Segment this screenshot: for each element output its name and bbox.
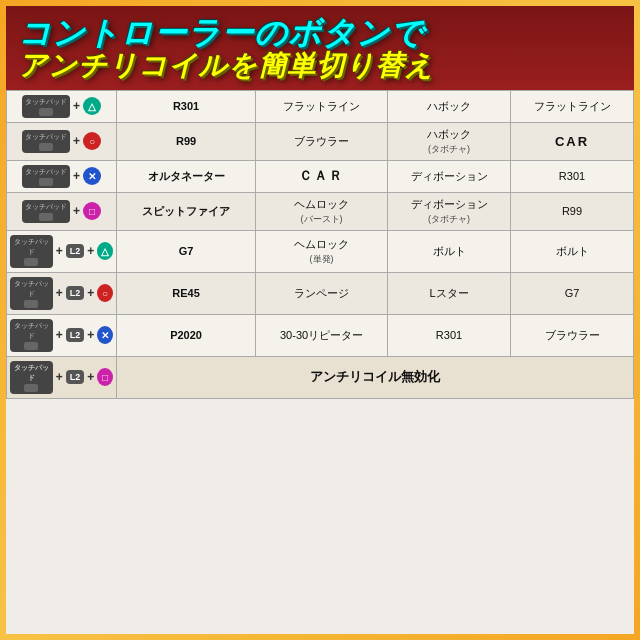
title-line1: コントローラーのボタンで — [18, 16, 622, 51]
weapon-cell: R301 — [117, 90, 256, 122]
col3-cell: ヘムロック(バースト) — [256, 192, 388, 230]
main-table: タッチパッド + △ R301 フラットライン ハボック フラットライン — [6, 90, 634, 399]
touchpad-label: タッチパッド — [13, 237, 50, 257]
l2-button: L2 — [66, 286, 85, 300]
header-section: コントローラーのボタンで アンチリコイルを簡単切り替え — [6, 6, 634, 90]
table-row: タッチパッド + △ R301 フラットライン ハボック フラットライン — [7, 90, 634, 122]
col4-cell: ハボック(タボチャ) — [388, 122, 511, 160]
plus-icon: + — [55, 328, 64, 342]
touchpad-label: タッチパッド — [13, 321, 50, 341]
plus-icon: + — [72, 134, 81, 148]
col4-cell: ディボーション(タボチャ) — [388, 192, 511, 230]
plus-icon: + — [86, 328, 95, 342]
plus-icon: + — [86, 286, 95, 300]
triangle-button: △ — [97, 242, 113, 260]
table-row: タッチパッド + □ スピットファイア ヘムロック(バースト) ディボーション(… — [7, 192, 634, 230]
col3-cell: ヘムロック(単発) — [256, 230, 388, 272]
l2-button: L2 — [66, 328, 85, 342]
touchpad-label: タッチパッド — [25, 132, 67, 142]
plus-icon: + — [72, 204, 81, 218]
weapon-cell: P2020 — [117, 314, 256, 356]
cross-button: ✕ — [97, 326, 113, 344]
circle-button: ○ — [83, 132, 101, 150]
weapon-cell: スピットファイア — [117, 192, 256, 230]
weapon-cell: RE45 — [117, 272, 256, 314]
table-row-disable: タッチパッド + L2 + □ アンチリコイル無効化 — [7, 356, 634, 398]
touchpad-label: タッチパッド — [13, 279, 50, 299]
col5-cell: ボルト — [511, 230, 634, 272]
touchpad-label: タッチパッド — [25, 97, 67, 107]
plus-icon: + — [55, 286, 64, 300]
col4-cell: ハボック — [388, 90, 511, 122]
cross-button: ✕ — [83, 167, 101, 185]
plus-icon: + — [72, 169, 81, 183]
outer-border: コントローラーのボタンで アンチリコイルを簡単切り替え タッチパッド — [0, 0, 640, 640]
col3-cell: ランページ — [256, 272, 388, 314]
l2-button: L2 — [66, 370, 85, 384]
plus-icon: + — [55, 244, 64, 258]
table-row: タッチパッド + ○ R99 ブラウラー ハボック(タボチャ) CAR — [7, 122, 634, 160]
plus-icon: + — [72, 99, 81, 113]
col3-cell: フラットライン — [256, 90, 388, 122]
col4-cell: R301 — [388, 314, 511, 356]
l2-button: L2 — [66, 244, 85, 258]
plus-icon: + — [86, 244, 95, 258]
table-row: タッチパッド + ✕ オルタネーター ＣＡＲ ディボーション R301 — [7, 160, 634, 192]
disable-label: アンチリコイル無効化 — [117, 356, 634, 398]
col3-cell: ブラウラー — [256, 122, 388, 160]
triangle-button: △ — [83, 97, 101, 115]
table-row: タッチパッド + L2 + ✕ P2020 30-30リピーター R30 — [7, 314, 634, 356]
table-section: タッチパッド + △ R301 フラットライン ハボック フラットライン — [6, 90, 634, 634]
col5-cell-car: CAR — [511, 122, 634, 160]
plus-icon: + — [86, 370, 95, 384]
table-row: タッチパッド + L2 + △ G7 ヘムロック(単発) ボルト — [7, 230, 634, 272]
square-button: □ — [97, 368, 113, 386]
weapon-cell: R99 — [117, 122, 256, 160]
inner-container: コントローラーのボタンで アンチリコイルを簡単切り替え タッチパッド — [6, 6, 634, 634]
circle-button: ○ — [97, 284, 113, 302]
col3-cell: 30-30リピーター — [256, 314, 388, 356]
col5-cell: ブラウラー — [511, 314, 634, 356]
col5-cell: R301 — [511, 160, 634, 192]
col4-cell: ボルト — [388, 230, 511, 272]
col5-cell: フラットライン — [511, 90, 634, 122]
plus-icon: + — [55, 370, 64, 384]
col3-cell-car: ＣＡＲ — [256, 160, 388, 192]
touchpad-label: タッチパッド — [25, 202, 67, 212]
title-line2: アンチリコイルを簡単切り替え — [18, 51, 622, 82]
touchpad-label: タッチパッド — [13, 363, 50, 383]
col5-cell: G7 — [511, 272, 634, 314]
col5-cell: R99 — [511, 192, 634, 230]
weapon-cell: オルタネーター — [117, 160, 256, 192]
col4-cell: Lスター — [388, 272, 511, 314]
col4-cell: ディボーション — [388, 160, 511, 192]
touchpad-label: タッチパッド — [25, 167, 67, 177]
table-row: タッチパッド + L2 + ○ RE45 ランページ Lスター — [7, 272, 634, 314]
weapon-cell: G7 — [117, 230, 256, 272]
square-button: □ — [83, 202, 101, 220]
